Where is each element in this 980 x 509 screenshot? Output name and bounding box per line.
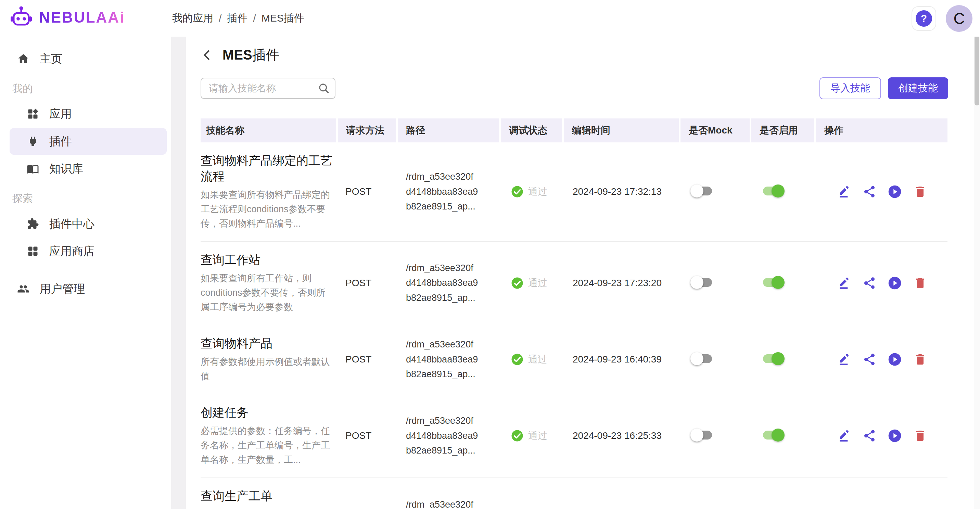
back-button[interactable]: [200, 48, 214, 62]
status-label: 通过: [528, 429, 547, 442]
search-input[interactable]: [200, 78, 336, 99]
column-header-edit-time: 编辑时间: [564, 118, 679, 142]
sidebar-section-mine: 我的: [12, 82, 167, 96]
skill-description: 如果要查询所有工作站，则conditions参数不要传，否则所属工序编号为必要参…: [200, 272, 333, 315]
skill-name-cell: 查询物料产品 所有参数都使用示例值或者默认值: [200, 325, 336, 394]
table-row: 查询物料产品 所有参数都使用示例值或者默认值 POST /rdm_a53ee32…: [200, 325, 948, 394]
search-icon[interactable]: [318, 82, 330, 94]
delete-trash-icon[interactable]: [913, 353, 927, 366]
topbar: NEBULAAi 我的应用 / 插件 / MES插件 ? C: [0, 0, 980, 37]
enabled-toggle[interactable]: [763, 431, 783, 439]
skill-description: 必需提供的参数：任务编号，任务名称，生产工单编号，生产工单名称，生产数量，工..…: [200, 424, 333, 467]
mock-toggle[interactable]: [692, 278, 712, 287]
enabled-toggle[interactable]: [763, 186, 783, 196]
edit-time: 2024-09-23 16:40:39: [564, 354, 679, 365]
sidebar-item-label: 应用商店: [49, 244, 94, 259]
delete-trash-icon[interactable]: [913, 429, 927, 442]
toggle-knob: [690, 429, 703, 442]
edit-icon[interactable]: [837, 429, 851, 442]
skill-name[interactable]: 查询工作站: [200, 252, 333, 268]
request-method: POST: [338, 354, 396, 365]
skill-name[interactable]: 查询物料产品: [200, 336, 333, 351]
sidebar-item-label: 主页: [40, 51, 62, 67]
sidebar-item-app-store[interactable]: 应用商店: [10, 238, 167, 265]
run-play-icon[interactable]: [888, 276, 902, 290]
robot-logo-icon: [10, 5, 32, 29]
column-header-enabled: 是否启用: [751, 118, 815, 142]
breadcrumb-my-apps[interactable]: 我的应用: [172, 11, 213, 25]
request-path: /rdm_a53ee320f d4148bbaa83ea9 b82ae8915_…: [398, 169, 499, 214]
share-icon[interactable]: [862, 429, 876, 442]
skill-name-cell: 查询物料产品绑定的工艺流程 如果要查询所有物料产品绑定的工艺流程则conditi…: [200, 142, 336, 241]
sidebar-item-label: 知识库: [49, 161, 83, 177]
import-skill-button[interactable]: 导入技能: [819, 77, 881, 99]
edit-icon[interactable]: [837, 353, 851, 366]
enabled-toggle[interactable]: [763, 278, 783, 287]
skill-description: 所有参数都使用示例值或者默认值: [200, 355, 333, 384]
main-content: MES插件 导入技能 创建技能 技能名称 请求方法 路径 调试状态 编辑时间 是…: [186, 37, 974, 509]
mock-toggle-cell: [681, 354, 749, 364]
mock-toggle[interactable]: [692, 431, 712, 439]
breadcrumb-current: MES插件: [261, 11, 304, 25]
sidebar-item-plugins[interactable]: 插件: [10, 128, 167, 155]
edit-icon[interactable]: [837, 276, 851, 290]
table-row: 创建任务 必需提供的参数：任务编号，任务名称，生产工单编号，生产工单名称，生产数…: [200, 394, 948, 478]
brand-name: NEBULAAi: [39, 9, 125, 26]
run-play-icon[interactable]: [888, 353, 902, 366]
page-title: MES插件: [223, 46, 280, 64]
request-path: /rdm_a53ee320f d4148bbaa83ea9 b82ae8915_…: [398, 497, 499, 509]
sidebar-item-plugin-center[interactable]: 插件中心: [10, 210, 167, 237]
column-header-debug-status: 调试状态: [501, 118, 562, 142]
delete-trash-icon[interactable]: [913, 276, 927, 290]
share-icon[interactable]: [862, 185, 876, 199]
status-label: 通过: [528, 353, 547, 366]
sidebar-section-explore: 探索: [12, 192, 167, 206]
sidebar-item-user-management[interactable]: 用户管理: [10, 275, 167, 302]
mock-toggle[interactable]: [692, 354, 712, 363]
edit-time: 2024-09-23 16:25:33: [564, 430, 679, 441]
plug-icon: [27, 135, 39, 148]
breadcrumb-plugins[interactable]: 插件: [227, 11, 248, 25]
mock-toggle[interactable]: [692, 186, 712, 196]
sidebar-item-knowledge[interactable]: 知识库: [10, 156, 167, 182]
breadcrumb: 我的应用 / 插件 / MES插件: [172, 0, 304, 37]
sidebar-item-label: 插件中心: [49, 216, 94, 232]
share-icon[interactable]: [862, 276, 876, 290]
status-label: 通过: [528, 185, 547, 198]
check-circle-icon: [511, 277, 523, 289]
table-row: 查询物料产品绑定的工艺流程 如果要查询所有物料产品绑定的工艺流程则conditi…: [200, 142, 948, 242]
edit-icon[interactable]: [837, 185, 851, 199]
skill-name[interactable]: 创建任务: [200, 405, 333, 420]
home-icon: [17, 53, 29, 65]
toggle-knob: [772, 352, 784, 365]
brand-logo[interactable]: NEBULAAi: [10, 5, 125, 29]
create-skill-button[interactable]: 创建技能: [888, 77, 948, 99]
share-icon[interactable]: [862, 353, 876, 366]
debug-status: 通过: [501, 277, 562, 289]
question-mark-icon: ?: [916, 10, 932, 27]
sidebar-item-label: 应用: [49, 107, 72, 122]
breadcrumb-separator: /: [219, 13, 221, 24]
debug-status: 通过: [501, 429, 562, 442]
check-circle-icon: [511, 353, 523, 366]
enabled-toggle-cell: [751, 354, 815, 364]
skill-description: 如果要查询所有物料产品绑定的工艺流程则conditions参数不要传，否则物料产…: [200, 188, 333, 231]
help-button[interactable]: ?: [912, 6, 936, 31]
run-play-icon[interactable]: [888, 185, 902, 199]
column-header-path: 路径: [398, 118, 499, 142]
sidebar-item-apps[interactable]: 应用: [10, 101, 167, 127]
toggle-knob: [690, 185, 703, 197]
user-avatar[interactable]: C: [946, 5, 972, 32]
request-path: /rdm_a53ee320f d4148bbaa83ea9 b82ae8915_…: [398, 414, 499, 458]
run-play-icon[interactable]: [888, 429, 902, 442]
skills-table: 技能名称 请求方法 路径 调试状态 编辑时间 是否Mock 是否启用 操作 查询…: [200, 118, 948, 509]
vertical-scrollbar[interactable]: [974, 31, 980, 509]
enabled-toggle[interactable]: [763, 354, 783, 363]
delete-trash-icon[interactable]: [913, 185, 927, 199]
column-header-name: 技能名称: [200, 118, 336, 142]
sidebar-item-label: 用户管理: [40, 282, 85, 297]
skill-name[interactable]: 查询物料产品绑定的工艺流程: [200, 153, 333, 184]
scrollbar-thumb[interactable]: [975, 33, 979, 105]
skill-name[interactable]: 查询生产工单: [200, 488, 333, 504]
sidebar-item-home[interactable]: 主页: [10, 46, 167, 72]
